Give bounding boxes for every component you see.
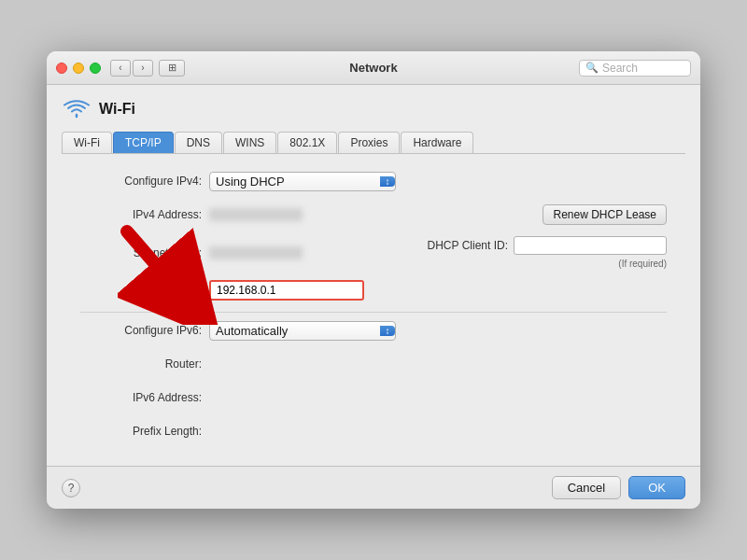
configure-ipv4-value: Using DHCP xyxy=(216,175,285,189)
close-button[interactable] xyxy=(56,63,67,74)
configure-ipv4-arrow: ↕ xyxy=(380,176,395,187)
tab-wifi[interactable]: Wi-Fi xyxy=(62,132,112,153)
window-title: Network xyxy=(349,61,397,75)
ipv6-router-label: Router: xyxy=(80,357,202,371)
tab-hardware[interactable]: Hardware xyxy=(401,132,473,153)
cancel-button[interactable]: Cancel xyxy=(552,476,621,499)
titlebar: ‹ › ⊞ Network 🔍 Search xyxy=(47,51,700,85)
ipv6-router-row: Router: xyxy=(80,352,667,376)
configure-ipv6-label: Configure IPv6: xyxy=(80,324,202,337)
back-button[interactable]: ‹ xyxy=(110,60,131,77)
tab-proxies[interactable]: Proxies xyxy=(338,132,400,153)
ipv6-address-label: IPv6 Address: xyxy=(80,391,202,404)
subnet-mask-label: Subnet Mask: xyxy=(80,246,202,259)
configure-ipv4-select[interactable]: Using DHCP ↕ xyxy=(209,172,396,191)
minimize-button[interactable] xyxy=(73,63,84,74)
configure-ipv6-select[interactable]: Automatically ↕ xyxy=(209,321,396,341)
configure-ipv4-row: Configure IPv4: Using DHCP ↕ xyxy=(80,169,667,193)
prefix-length-label: Prefix Length: xyxy=(80,425,202,438)
dhcp-client-id-input[interactable] xyxy=(514,236,667,255)
ipv6-address-row: IPv6 Address: xyxy=(80,385,667,410)
router-label: Router: xyxy=(80,284,202,297)
prefix-length-row: Prefix Length: xyxy=(80,419,667,443)
ipv4-address-label: IPv4 Address: xyxy=(80,208,202,221)
help-button[interactable]: ? xyxy=(62,479,80,497)
configure-ipv6-arrow: ↕ xyxy=(380,326,395,336)
dhcp-client-id-row: DHCP Client ID: xyxy=(428,236,667,255)
tab-8021x[interactable]: 802.1X xyxy=(277,132,337,153)
grid-icon: ⊞ xyxy=(168,62,176,74)
network-window: ‹ › ⊞ Network 🔍 Search Wi-Fi xyxy=(47,51,700,509)
service-name: Wi-Fi xyxy=(99,101,135,118)
form-section: Configure IPv4: Using DHCP ↕ IPv4 Addres… xyxy=(62,169,685,443)
bottom-bar: ? Cancel OK xyxy=(47,466,700,509)
forward-button[interactable]: › xyxy=(133,60,153,77)
traffic-lights xyxy=(56,63,101,74)
ipv4-address-value xyxy=(209,208,303,221)
dhcp-client-id-label: DHCP Client ID: xyxy=(428,239,508,252)
ok-button[interactable]: OK xyxy=(628,476,685,499)
configure-ipv4-label: Configure IPv4: xyxy=(80,175,202,188)
tab-wins[interactable]: WINS xyxy=(223,132,276,153)
search-placeholder: Search xyxy=(602,62,684,75)
tab-dns[interactable]: DNS xyxy=(175,132,222,153)
subnet-mask-value xyxy=(209,246,303,259)
ipv4-address-row: IPv4 Address: Renew DHCP Lease xyxy=(80,203,667,227)
service-header: Wi-Fi xyxy=(62,98,685,120)
separator xyxy=(80,312,667,313)
router-value[interactable] xyxy=(209,280,364,301)
maximize-button[interactable] xyxy=(90,63,101,74)
main-content: Wi-Fi Wi-Fi TCP/IP DNS WINS 802.1X Proxi… xyxy=(47,85,700,466)
nav-buttons: ‹ › ⊞ xyxy=(110,60,185,77)
dhcp-if-required: (If required) xyxy=(618,259,667,269)
search-icon: 🔍 xyxy=(585,62,599,74)
router-row: Router: xyxy=(80,278,667,302)
renew-dhcp-button[interactable]: Renew DHCP Lease xyxy=(543,204,667,225)
wifi-icon xyxy=(62,98,92,120)
subnet-mask-row: Subnet Mask: DHCP Client ID: (If require… xyxy=(80,236,667,269)
bottom-buttons: Cancel OK xyxy=(552,476,685,499)
tab-bar: Wi-Fi TCP/IP DNS WINS 802.1X Proxies Har… xyxy=(62,132,685,154)
tab-tcpip[interactable]: TCP/IP xyxy=(113,132,174,153)
grid-button[interactable]: ⊞ xyxy=(159,60,185,77)
search-box[interactable]: 🔍 Search xyxy=(579,60,691,77)
configure-ipv6-row: Configure IPv6: Automatically ↕ xyxy=(80,318,667,343)
configure-ipv6-value: Automatically xyxy=(216,324,288,338)
